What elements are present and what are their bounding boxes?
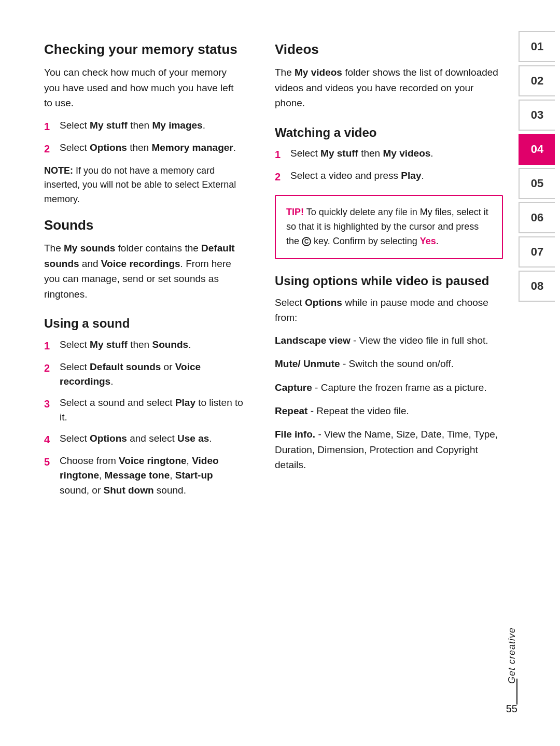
watching-video-title: Watching a video bbox=[275, 125, 503, 140]
page-container: Checking your memory status You can chec… bbox=[0, 0, 560, 746]
def-repeat: Repeat - Repeat the video file. bbox=[275, 403, 503, 418]
video-step-2: 2 Select a video and press Play. bbox=[275, 168, 503, 185]
using-options-title: Using options while video is paused bbox=[275, 274, 503, 289]
checking-memory-steps: 1 Select My stuff then My images. 2 Sele… bbox=[44, 118, 244, 157]
sound-step-num-1: 1 bbox=[44, 338, 60, 354]
step-number-1: 1 bbox=[44, 119, 60, 134]
c-icon: C bbox=[302, 237, 311, 246]
right-column: Videos The My videos folder shows the li… bbox=[259, 31, 519, 515]
video-step-1: 1 Select My stuff then My videos. bbox=[275, 146, 503, 162]
videos-body: The My videos folder shows the list of d… bbox=[275, 65, 503, 110]
tip-text: TIP! To quickly delete any file in My fi… bbox=[286, 205, 492, 249]
video-step-2-content: Select a video and press Play. bbox=[290, 168, 503, 184]
tab-02[interactable]: 02 bbox=[519, 65, 555, 96]
sound-step-5: 5 Choose from Voice ringtone, Video ring… bbox=[44, 454, 244, 498]
checking-step-1: 1 Select My stuff then My images. bbox=[44, 118, 244, 134]
video-step-1-content: Select My stuff then My videos. bbox=[290, 146, 503, 161]
checking-note: NOTE: If you do not have a memory card i… bbox=[44, 164, 244, 207]
video-step-num-2: 2 bbox=[275, 169, 290, 185]
using-sound-title: Using a sound bbox=[44, 316, 244, 331]
checking-memory-body: You can check how much of your memory yo… bbox=[44, 65, 244, 110]
tip-label: TIP! bbox=[286, 207, 304, 217]
def-capture: Capture - Capture the frozen frame as a … bbox=[275, 380, 503, 395]
get-creative-label: Get creative bbox=[507, 627, 517, 684]
watching-video-steps: 1 Select My stuff then My videos. 2 Sele… bbox=[275, 146, 503, 185]
tab-07-label: 07 bbox=[531, 245, 543, 259]
tab-05-label: 05 bbox=[531, 177, 543, 190]
tab-06-label: 06 bbox=[531, 211, 543, 224]
tab-08-label: 08 bbox=[531, 279, 543, 293]
tab-06[interactable]: 06 bbox=[519, 202, 555, 233]
sound-step-num-2: 2 bbox=[44, 360, 60, 376]
sound-step-num-5: 5 bbox=[44, 454, 60, 470]
sound-step-4: 4 Select Options and select Use as. bbox=[44, 431, 244, 447]
tab-03[interactable]: 03 bbox=[519, 100, 555, 131]
step-1-content: Select My stuff then My images. bbox=[60, 118, 244, 133]
tab-01-label: 01 bbox=[531, 40, 543, 53]
tab-01[interactable]: 01 bbox=[519, 31, 555, 62]
sound-step-num-3: 3 bbox=[44, 396, 60, 412]
sound-step-2-content: Select Default sounds or Voice recording… bbox=[60, 360, 244, 389]
tab-08[interactable]: 08 bbox=[519, 271, 555, 302]
page-number: 55 bbox=[506, 703, 517, 715]
sound-step-5-content: Choose from Voice ringtone, Video ringto… bbox=[60, 454, 244, 498]
checking-memory-title: Checking your memory status bbox=[44, 41, 244, 58]
step-number-2: 2 bbox=[44, 141, 60, 157]
def-landscape: Landscape view - View the video file in … bbox=[275, 333, 503, 348]
sound-step-1: 1 Select My stuff then Sounds. bbox=[44, 337, 244, 354]
tab-05[interactable]: 05 bbox=[519, 168, 555, 199]
sound-step-num-4: 4 bbox=[44, 432, 60, 447]
content-area: Checking your memory status You can chec… bbox=[0, 31, 560, 515]
sounds-title: Sounds bbox=[44, 217, 244, 233]
sound-step-1-content: Select My stuff then Sounds. bbox=[60, 337, 244, 353]
tip-box: TIP! To quickly delete any file in My fi… bbox=[275, 195, 503, 259]
tab-04-label: 04 bbox=[531, 143, 543, 156]
tab-04[interactable]: 04 bbox=[519, 134, 555, 165]
video-step-num-1: 1 bbox=[275, 147, 290, 162]
def-fileinfo: File info. - View the Name, Size, Date, … bbox=[275, 427, 503, 472]
sidebar-tabs: 01 02 03 04 05 06 07 08 bbox=[519, 31, 560, 305]
tab-03-label: 03 bbox=[531, 108, 543, 122]
tab-02-label: 02 bbox=[531, 74, 543, 88]
sound-step-4-content: Select Options and select Use as. bbox=[60, 431, 244, 446]
sounds-body: The My sounds folder contains the Defaul… bbox=[44, 241, 244, 302]
sound-step-2: 2 Select Default sounds or Voice recordi… bbox=[44, 360, 244, 389]
sound-step-3-content: Select a sound and select Play to listen… bbox=[60, 396, 244, 425]
videos-title: Videos bbox=[275, 41, 503, 58]
using-sound-steps: 1 Select My stuff then Sounds. 2 Select … bbox=[44, 337, 244, 498]
def-mute: Mute/ Unmute - Switch the sound on/off. bbox=[275, 356, 503, 371]
tab-07[interactable]: 07 bbox=[519, 236, 555, 268]
vertical-line bbox=[516, 679, 517, 705]
sound-step-3: 3 Select a sound and select Play to list… bbox=[44, 396, 244, 425]
checking-step-2: 2 Select Options then Memory manager. bbox=[44, 140, 244, 157]
left-column: Checking your memory status You can chec… bbox=[0, 31, 259, 515]
using-options-body: Select Options while in pause mode and c… bbox=[275, 295, 503, 326]
step-2-content: Select Options then Memory manager. bbox=[60, 140, 244, 156]
